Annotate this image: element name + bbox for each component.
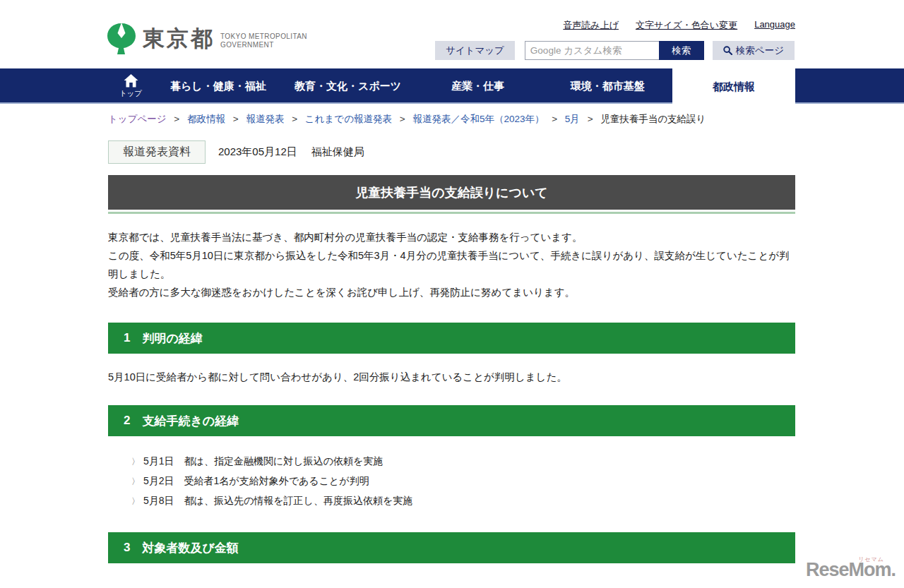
breadcrumb-separator: > (233, 114, 239, 124)
site-header: 東京都 TOKYO METROPOLITAN GOVERNMENT 音声読み上げ… (0, 0, 904, 68)
nav-item-tosei-info-active[interactable]: 都政情報 (672, 68, 795, 105)
breadcrumb: トップページ > 都政情報 > 報道発表 > これまでの報道発表 > 報道発表／… (108, 113, 904, 126)
section-header-1: 1 判明の経緯 (108, 323, 795, 354)
chevron-right-icon: 〉 (131, 496, 140, 508)
watermark-ruby: リセマム (858, 556, 884, 563)
article: 報道発表資料 2023年05月12日 福祉保健局 児童扶養手当の支給誤りについて… (108, 140, 795, 563)
breadcrumb-link-top[interactable]: トップページ (108, 114, 167, 124)
site-brand-en: TOKYO METROPOLITAN GOVERNMENT (220, 32, 307, 50)
tokyo-logo[interactable]: 東京都 TOKYO METROPOLITAN GOVERNMENT (106, 23, 307, 55)
nav-item-environment[interactable]: 環境・都市基盤 (542, 68, 672, 104)
list-item-text: 5月2日 受給者1名が支給対象外であることが判明 (143, 475, 369, 488)
breadcrumb-separator: > (588, 114, 593, 124)
section-number: 1 (124, 331, 130, 345)
section-header-3: 3 対象者数及び金額 (108, 532, 795, 563)
breadcrumb-separator: > (400, 114, 405, 124)
article-meta: 報道発表資料 2023年05月12日 福祉保健局 (108, 140, 795, 164)
sitemap-button[interactable]: サイトマップ (435, 41, 515, 60)
breadcrumb-link-tosei[interactable]: 都政情報 (187, 114, 225, 124)
breadcrumb-link-press[interactable]: 報道発表 (246, 114, 284, 124)
section-header-2: 2 支給手続きの経緯 (108, 405, 795, 436)
search-input[interactable] (525, 41, 659, 60)
list-item: 〉 5月2日 受給者1名が支給対象外であることが判明 (131, 472, 795, 491)
search-page-label: 検索ページ (736, 44, 784, 57)
article-department: 福祉保健局 (311, 145, 364, 159)
breadcrumb-separator: > (174, 114, 179, 124)
section-number: 2 (124, 414, 130, 428)
speech-readout-link[interactable]: 音声読み上げ (563, 19, 619, 32)
nav-item-living[interactable]: 暮らし・健康・福祉 (153, 68, 283, 104)
intro-paragraph: この度、令和5年5月10日に東京都から振込をした令和5年3月・4月分の児童扶養手… (108, 246, 795, 283)
nav-item-industry[interactable]: 産業・仕事 (413, 68, 543, 104)
nav-item-top[interactable]: トップ (108, 68, 153, 104)
breadcrumb-link-reiwa5[interactable]: 報道発表／令和5年（2023年） (412, 114, 544, 124)
press-release-badge: 報道発表資料 (108, 140, 206, 164)
breadcrumb-separator: > (292, 114, 297, 124)
page-title: 児童扶養手当の支給誤りについて (108, 175, 795, 210)
breadcrumb-link-past-press[interactable]: これまでの報道発表 (305, 114, 392, 124)
global-nav: トップ 暮らし・健康・福祉 教育・文化・スポーツ 産業・仕事 環境・都市基盤 都… (0, 68, 904, 104)
utility-links: 音声読み上げ 文字サイズ・色合い変更 Language (563, 19, 795, 32)
language-link[interactable]: Language (754, 19, 795, 32)
intro-paragraph: 受給者の方に多大な御迷惑をおかけしたことを深くお詫び申し上げ、再発防止に努めてま… (108, 283, 795, 301)
breadcrumb-separator: > (552, 114, 557, 124)
resemom-watermark: リセマム ReseMom. (806, 559, 896, 581)
breadcrumb-link-may[interactable]: 5月 (565, 114, 580, 124)
chevron-right-icon: 〉 (131, 476, 140, 488)
section-number: 3 (124, 541, 130, 555)
magnifier-icon (723, 46, 732, 55)
section-1-body: 5月10日に受給者から都に対して問い合わせがあり、2回分振り込まれていることが判… (108, 371, 795, 384)
section-title: 判明の経緯 (142, 330, 202, 347)
list-item-text: 5月1日 都は、指定金融機関に対し振込の依頼を実施 (143, 455, 383, 468)
nav-item-education[interactable]: 教育・文化・スポーツ (283, 68, 413, 104)
section-title: 対象者数及び金額 (142, 540, 238, 556)
article-date: 2023年05月12日 (218, 145, 297, 159)
section-title: 支給手続きの経緯 (142, 413, 239, 429)
nav-item-top-label: トップ (119, 89, 142, 99)
chevron-right-icon: 〉 (131, 456, 140, 468)
list-item: 〉 5月1日 都は、指定金融機関に対し振込の依頼を実施 (131, 452, 795, 472)
intro-paragraphs: 東京都では、児童扶養手当法に基づき、都内町村分の児童扶養手当の認定・支給事務を行… (108, 228, 795, 301)
search-row: サイトマップ 検索 検索ページ (435, 41, 795, 60)
list-item-text: 5月8日 都は、振込先の情報を訂正し、再度振込依頼を実施 (143, 495, 412, 508)
timeline-list: 〉 5月1日 都は、指定金融機関に対し振込の依頼を実施 〉 5月2日 受給者1名… (131, 452, 795, 511)
home-icon (124, 74, 138, 88)
search-button[interactable]: 検索 (659, 41, 704, 60)
text-size-color-link[interactable]: 文字サイズ・色合い変更 (636, 19, 737, 32)
site-brand: 東京都 (143, 24, 215, 54)
intro-paragraph: 東京都では、児童扶養手当法に基づき、都内町村分の児童扶養手当の認定・支給事務を行… (108, 228, 795, 246)
breadcrumb-current: 児童扶養手当の支給誤り (600, 114, 706, 124)
list-item: 〉 5月8日 都は、振込先の情報を訂正し、再度振込依頼を実施 (131, 491, 795, 511)
title-accent-line (108, 212, 795, 214)
search-page-button[interactable]: 検索ページ (713, 41, 795, 60)
tokyo-ginkgo-logo-icon (106, 23, 137, 55)
